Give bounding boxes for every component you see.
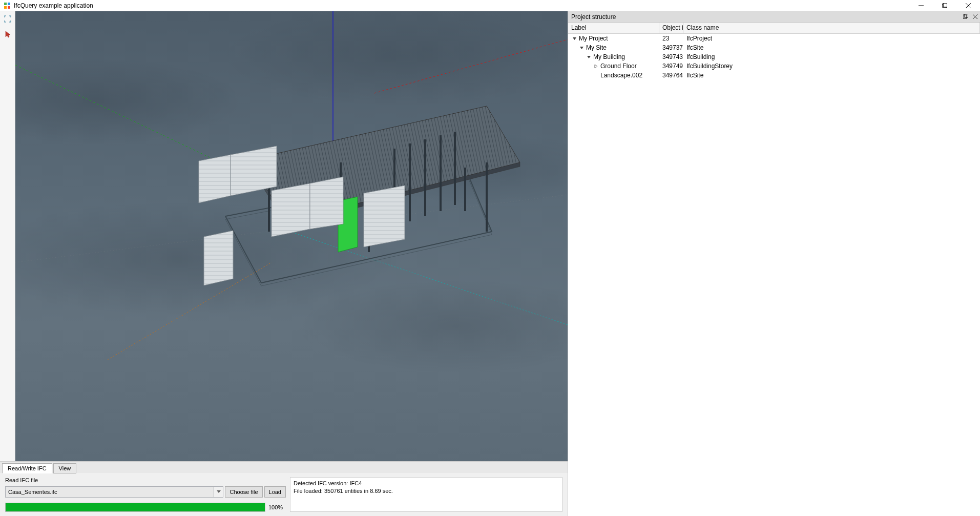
chevron-down-icon[interactable]: [586, 54, 592, 60]
log-line: File loaded: 350761 entities in 8.69 sec…: [294, 487, 559, 495]
svg-line-12: [374, 39, 568, 93]
svg-marker-48: [580, 47, 583, 49]
col-header-id[interactable]: Object id: [659, 23, 683, 33]
svg-marker-49: [587, 56, 591, 58]
svg-line-14: [108, 262, 272, 360]
tree-body[interactable]: My Project23IfcProjectMy Site349737IfcSi…: [568, 34, 980, 516]
window-controls: [909, 0, 980, 11]
svg-marker-40: [364, 185, 405, 247]
chevron-down-icon[interactable]: [571, 35, 577, 42]
col-header-class[interactable]: Class name: [683, 23, 980, 33]
tree-row-label: My Site: [586, 44, 607, 51]
tab-view[interactable]: View: [53, 463, 77, 473]
maximize-button[interactable]: [933, 0, 956, 11]
window-titlebar: IfcQuery example application: [0, 0, 980, 11]
load-progress-pct: 100%: [268, 504, 286, 510]
tree-row-id: 349749: [659, 63, 683, 70]
window-title: IfcQuery example application: [14, 2, 93, 9]
load-button[interactable]: Load: [264, 486, 286, 498]
panel-float-icon[interactable]: [962, 12, 970, 20]
tree-row-id: 349764: [659, 72, 683, 79]
tree-row[interactable]: My Project23IfcProject: [568, 34, 980, 43]
tree-row-class: IfcSite: [683, 44, 980, 51]
svg-marker-47: [573, 37, 576, 40]
log-output: Detected IFC version: IFC4 File loaded: …: [290, 477, 562, 512]
svg-rect-3: [8, 6, 10, 9]
tab-read-write-ifc[interactable]: Read/Write IFC: [2, 463, 52, 473]
tree-row-id: 349737: [659, 44, 683, 51]
svg-marker-42: [217, 490, 221, 493]
tree-row-id: 23: [659, 35, 683, 42]
svg-rect-6: [943, 3, 947, 7]
close-button[interactable]: [956, 0, 980, 11]
tree-row[interactable]: My Building349743IfcBuilding: [568, 52, 980, 61]
viewport-3d[interactable]: [15, 11, 568, 461]
tree-row[interactable]: My Site349737IfcSite: [568, 43, 980, 52]
chevron-down-icon[interactable]: [578, 45, 585, 51]
svg-rect-1: [8, 3, 10, 5]
filename-input[interactable]: [5, 486, 214, 498]
tree-row-id: 349743: [659, 53, 683, 60]
app-icon: [3, 2, 11, 10]
fullscreen-icon[interactable]: [1, 12, 15, 26]
svg-marker-41: [204, 231, 233, 285]
tree-row-class: IfcBuildingStorey: [683, 63, 980, 70]
tree-row-class: IfcProject: [683, 35, 980, 42]
read-ifc-label: Read IFC file: [5, 477, 286, 483]
tree-row-label: Landscape.002: [600, 72, 642, 79]
choose-file-button[interactable]: Choose file: [225, 486, 262, 498]
panel-title: Project structure: [571, 13, 616, 20]
tree-row-label: My Building: [593, 53, 625, 60]
minimize-button[interactable]: [909, 0, 933, 11]
read-ifc-section: Read IFC file Choose file Load: [5, 477, 286, 512]
project-structure-panel: Project structure Label Object id Class …: [568, 11, 980, 516]
expander-none: [593, 72, 599, 78]
bottom-panel: Read/Write IFC View Read IFC file Choose…: [0, 461, 568, 516]
svg-rect-2: [4, 6, 7, 9]
svg-line-11: [15, 65, 220, 162]
panel-close-icon[interactable]: [971, 12, 979, 20]
filename-dropdown-icon[interactable]: [214, 486, 223, 498]
svg-marker-36: [199, 155, 231, 203]
svg-line-13: [272, 225, 568, 325]
filename-combo[interactable]: [5, 486, 223, 498]
bottom-tabs: Read/Write IFC View: [0, 462, 568, 473]
cursor-icon[interactable]: [1, 27, 15, 42]
col-header-label[interactable]: Label: [568, 23, 659, 33]
panel-header: Project structure: [568, 11, 980, 23]
tree-column-headers: Label Object id Class name: [568, 23, 980, 34]
tree-row-label: My Project: [579, 35, 608, 42]
svg-marker-38: [272, 183, 310, 237]
svg-rect-0: [4, 3, 7, 5]
tree-row[interactable]: Landscape.002349764IfcSite: [568, 71, 980, 80]
log-line: Detected IFC version: IFC4: [294, 480, 559, 487]
svg-marker-39: [310, 177, 343, 229]
tree-row[interactable]: Ground Floor349749IfcBuildingStorey: [568, 61, 980, 71]
left-toolbar: [0, 11, 15, 461]
tree-row-class: IfcSite: [683, 72, 980, 79]
load-progress-bar: [5, 503, 265, 512]
svg-marker-50: [595, 65, 597, 68]
chevron-right-icon[interactable]: [593, 63, 599, 69]
tree-row-label: Ground Floor: [600, 63, 637, 70]
tree-row-class: IfcBuilding: [683, 53, 980, 60]
